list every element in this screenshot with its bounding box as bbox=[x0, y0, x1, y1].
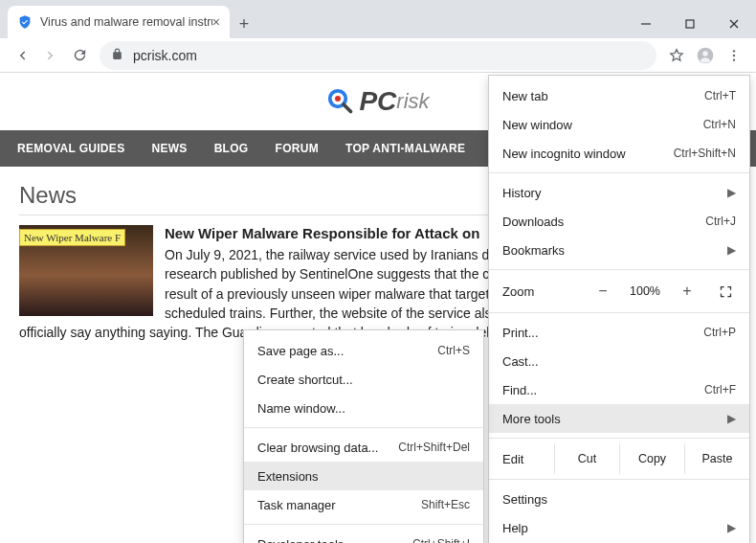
svg-point-6 bbox=[733, 50, 735, 52]
menu-downloads[interactable]: DownloadsCtrl+J bbox=[489, 207, 749, 236]
back-button[interactable] bbox=[8, 41, 36, 70]
menu-new-tab[interactable]: New tabCtrl+T bbox=[489, 81, 749, 110]
nav-news[interactable]: NEWS bbox=[151, 142, 187, 155]
profile-icon[interactable] bbox=[691, 41, 720, 70]
titlebar: Virus and malware removal instru × + bbox=[0, 0, 756, 38]
zoom-in-button[interactable]: + bbox=[677, 283, 698, 300]
zoom-out-button[interactable]: − bbox=[592, 283, 613, 300]
svg-line-11 bbox=[344, 104, 351, 112]
paste-button[interactable]: Paste bbox=[684, 443, 749, 474]
bookmark-star-icon[interactable] bbox=[662, 41, 691, 70]
window-controls bbox=[624, 10, 756, 38]
submenu-extensions[interactable]: Extensions bbox=[244, 462, 483, 490]
menu-cast[interactable]: Cast... bbox=[489, 347, 749, 375]
svg-point-8 bbox=[733, 58, 735, 60]
submenu-clear-browsing-data[interactable]: Clear browsing data...Ctrl+Shift+Del bbox=[244, 433, 483, 462]
browser-tab[interactable]: Virus and malware removal instru × bbox=[8, 6, 230, 38]
menu-edit-row: Edit Cut Copy Paste bbox=[489, 443, 749, 474]
fullscreen-icon[interactable] bbox=[713, 279, 738, 304]
more-tools-submenu: Save page as...Ctrl+S Create shortcut...… bbox=[243, 329, 484, 543]
new-tab-button[interactable]: + bbox=[230, 10, 258, 38]
submenu-developer-tools[interactable]: Developer toolsCtrl+Shift+I bbox=[244, 530, 483, 543]
shield-icon bbox=[17, 14, 33, 30]
forward-button[interactable] bbox=[36, 41, 65, 70]
lock-icon bbox=[111, 48, 123, 63]
chevron-right-icon: ▶ bbox=[727, 186, 736, 199]
zoom-value: 100% bbox=[623, 284, 667, 298]
url-text: pcrisk.com bbox=[133, 48, 197, 63]
close-window-button[interactable] bbox=[712, 10, 756, 38]
logo-main: PC bbox=[359, 86, 396, 117]
logo-sub: risk bbox=[396, 89, 429, 114]
svg-point-5 bbox=[702, 51, 708, 56]
nav-top-antimalware[interactable]: TOP ANTI-MALWARE bbox=[345, 142, 465, 155]
chevron-right-icon: ▶ bbox=[727, 243, 736, 257]
copy-button[interactable]: Copy bbox=[619, 443, 684, 474]
minimize-button[interactable] bbox=[624, 10, 668, 38]
tab-title: Virus and malware removal instru bbox=[40, 15, 212, 29]
menu-new-window[interactable]: New windowCtrl+N bbox=[489, 110, 749, 139]
submenu-name-window[interactable]: Name window... bbox=[244, 394, 483, 422]
menu-help[interactable]: Help▶ bbox=[489, 513, 749, 542]
nav-forum[interactable]: FORUM bbox=[276, 142, 320, 155]
menu-more-tools[interactable]: More tools▶ bbox=[489, 404, 749, 433]
address-bar[interactable]: pcrisk.com bbox=[100, 41, 656, 70]
article-thumbnail[interactable]: New Wiper Malware F bbox=[19, 225, 153, 316]
menu-settings[interactable]: Settings bbox=[489, 485, 749, 513]
menu-zoom: Zoom − 100% + bbox=[489, 275, 749, 307]
nav-removal-guides[interactable]: REMOVAL GUIDES bbox=[17, 142, 124, 155]
menu-bookmarks[interactable]: Bookmarks▶ bbox=[489, 236, 749, 264]
maximize-button[interactable] bbox=[668, 10, 712, 38]
submenu-create-shortcut[interactable]: Create shortcut... bbox=[244, 365, 483, 394]
close-icon[interactable]: × bbox=[212, 14, 220, 30]
thumbnail-label: New Wiper Malware F bbox=[19, 229, 125, 246]
menu-find[interactable]: Find...Ctrl+F bbox=[489, 375, 749, 404]
svg-rect-1 bbox=[686, 20, 694, 28]
menu-button[interactable] bbox=[720, 41, 748, 70]
chrome-menu: New tabCtrl+T New windowCtrl+N New incog… bbox=[488, 75, 750, 543]
submenu-task-manager[interactable]: Task managerShift+Esc bbox=[244, 490, 483, 519]
chevron-right-icon: ▶ bbox=[727, 521, 736, 534]
toolbar: pcrisk.com bbox=[0, 38, 756, 73]
chevron-right-icon: ▶ bbox=[727, 412, 736, 425]
nav-blog[interactable]: BLOG bbox=[214, 142, 249, 155]
svg-point-10 bbox=[335, 96, 341, 102]
menu-incognito[interactable]: New incognito windowCtrl+Shift+N bbox=[489, 139, 749, 168]
cut-button[interactable]: Cut bbox=[554, 443, 619, 474]
edit-label: Edit bbox=[489, 452, 554, 466]
menu-history[interactable]: History▶ bbox=[489, 178, 749, 207]
menu-print[interactable]: Print...Ctrl+P bbox=[489, 318, 749, 347]
svg-point-7 bbox=[733, 54, 735, 56]
site-logo[interactable]: PCrisk bbox=[326, 86, 429, 117]
submenu-save-page[interactable]: Save page as...Ctrl+S bbox=[244, 336, 483, 365]
reload-button[interactable] bbox=[65, 41, 94, 70]
